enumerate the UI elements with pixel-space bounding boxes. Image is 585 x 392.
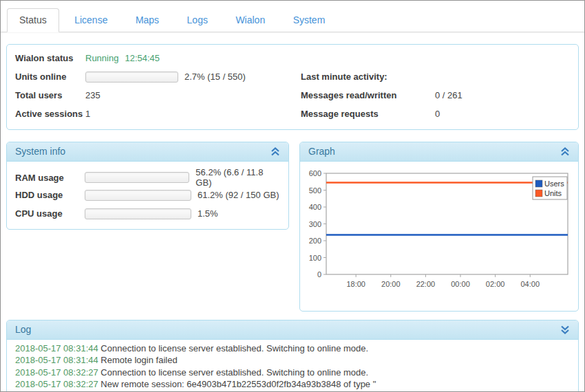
svg-text:Users: Users	[544, 179, 564, 188]
cpu-usage-progressbar	[85, 208, 191, 219]
graph-panel: Graph 010020030040050060018:0020:0022:00…	[299, 142, 579, 312]
status-summary-panel: Wialon status Running12:54:45 Units onli…	[6, 44, 579, 130]
svg-text:400: 400	[309, 203, 321, 211]
hdd-usage-row: HDD usage 61.2% (92 / 150 GB)	[15, 186, 280, 204]
tab-license[interactable]: License	[62, 8, 120, 32]
expand-double-chevron-down-icon[interactable]	[560, 325, 570, 334]
message-requests-value: 0	[435, 109, 570, 119]
log-entry: 2018-05-17 08:31:44 Connection to licens…	[15, 342, 570, 354]
wialon-admin-window: Status License Maps Logs Wialon System W…	[0, 0, 585, 392]
log-entry: 2018-05-17 08:32:27 New remote session: …	[15, 378, 570, 390]
cpu-usage-row: CPU usage 1.5%	[15, 204, 280, 223]
log-entry: 2018-05-17 08:31:44 Remote login failed	[15, 354, 570, 366]
svg-text:300: 300	[309, 220, 321, 228]
svg-text:22:00: 22:00	[416, 280, 436, 288]
message-requests-label: Message requests	[301, 109, 435, 119]
ram-usage-label: RAM usage	[15, 173, 85, 183]
system-info-title: System info	[15, 146, 65, 157]
users-units-line-chart: 010020030040050060018:0020:0022:0000:000…	[307, 167, 572, 304]
tab-wialon[interactable]: Wialon	[223, 8, 277, 32]
wialon-status-label: Wialon status	[15, 53, 85, 63]
svg-text:00:00: 00:00	[451, 280, 470, 288]
total-users-value: 235	[85, 90, 301, 100]
svg-text:600: 600	[309, 169, 321, 177]
tab-maps[interactable]: Maps	[123, 8, 171, 32]
cpu-usage-value: 1.5%	[198, 208, 218, 219]
tab-logs[interactable]: Logs	[175, 8, 220, 32]
svg-text:18:00: 18:00	[346, 280, 365, 288]
system-info-panel: System info RAM usage 56.2% (6.6 / 11.8 …	[6, 142, 289, 230]
hdd-usage-progressbar	[85, 190, 191, 201]
log-title: Log	[15, 324, 31, 335]
log-body: 2018-05-17 08:31:44 Connection to licens…	[7, 340, 578, 392]
tab-bar: Status License Maps Logs Wialon System	[1, 1, 584, 32]
cpu-usage-label: CPU usage	[15, 208, 85, 219]
messages-read-written-value: 0 / 261	[435, 90, 570, 100]
graph-title: Graph	[308, 146, 335, 157]
system-info-header: System info	[7, 142, 288, 162]
middle-row: System info RAM usage 56.2% (6.6 / 11.8 …	[6, 142, 579, 312]
log-panel: Log 2018-05-17 08:31:44 Connection to li…	[6, 320, 579, 392]
spacer-row	[301, 49, 570, 67]
tab-status[interactable]: Status	[7, 8, 59, 32]
server-time: 12:54:45	[125, 53, 160, 63]
total-users-label: Total users	[15, 90, 85, 100]
wialon-status-row: Wialon status Running12:54:45	[15, 49, 301, 67]
svg-text:100: 100	[309, 254, 321, 262]
units-online-label: Units online	[15, 72, 85, 82]
last-minute-activity-row: Last minute activity:	[301, 67, 570, 86]
svg-text:04:00: 04:00	[520, 280, 540, 288]
collapse-double-chevron-up-icon[interactable]	[560, 147, 570, 156]
graph-body: 010020030040050060018:0020:0022:0000:000…	[300, 162, 578, 311]
svg-text:0: 0	[317, 270, 321, 279]
status-left-column: Wialon status Running12:54:45 Units onli…	[15, 49, 301, 123]
svg-text:02:00: 02:00	[486, 280, 505, 288]
units-online-row: Units online 2.7% (15 / 550)	[15, 67, 301, 86]
hdd-usage-label: HDD usage	[15, 190, 85, 200]
log-entry: 2018-05-17 08:32:27 Connection to licens…	[15, 367, 570, 378]
collapse-double-chevron-up-icon[interactable]	[270, 147, 280, 156]
svg-text:20:00: 20:00	[381, 280, 401, 288]
svg-text:500: 500	[309, 186, 321, 195]
wialon-status-value: Running12:54:45	[85, 53, 301, 63]
last-minute-activity-label: Last minute activity:	[301, 72, 435, 82]
graph-header: Graph	[300, 142, 578, 162]
active-sessions-row: Active sessions 1	[15, 105, 301, 123]
messages-read-written-row: Messages read/written 0 / 261	[301, 86, 570, 105]
svg-text:Units: Units	[544, 189, 562, 197]
svg-text:200: 200	[309, 237, 321, 245]
active-sessions-label: Active sessions	[15, 109, 85, 119]
ram-usage-progressbar	[85, 172, 189, 183]
active-sessions-value: 1	[85, 109, 301, 119]
tab-system[interactable]: System	[281, 8, 338, 32]
units-online-progressbar	[85, 72, 178, 83]
ram-usage-row: RAM usage 56.2% (6.6 / 11.8 GB)	[15, 167, 280, 186]
units-online-value: 2.7% (15 / 550)	[184, 72, 246, 82]
message-requests-row: Message requests 0	[301, 105, 570, 123]
total-users-row: Total users 235	[15, 86, 301, 105]
log-header: Log	[7, 320, 578, 340]
hdd-usage-value: 61.2% (92 / 150 GB)	[198, 190, 279, 200]
ram-usage-value: 56.2% (6.6 / 11.8 GB)	[195, 167, 280, 188]
messages-read-written-label: Messages read/written	[301, 90, 435, 100]
system-info-body: RAM usage 56.2% (6.6 / 11.8 GB) HDD usag…	[7, 162, 288, 229]
status-right-column: Last minute activity: Messages read/writ…	[301, 49, 570, 123]
